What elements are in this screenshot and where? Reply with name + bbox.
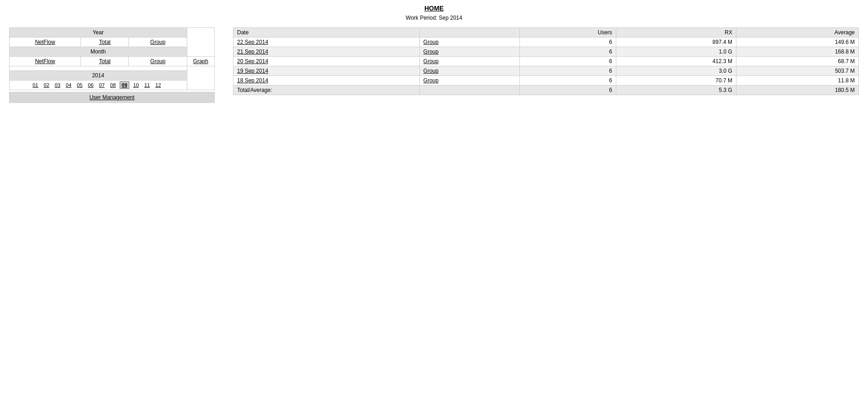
row-users: 6 [520,66,616,76]
table-row: 20 Sep 2014Group6412.3 M68.7 M [233,57,859,66]
total-average: 180.5 M [736,86,858,95]
table-row: 19 Sep 2014Group63.0 G503.7 M [233,66,859,76]
month-12[interactable]: 12 [154,82,162,88]
year-netflow-link[interactable]: NetFlow [10,38,81,47]
month-10[interactable]: 10 [132,82,140,88]
col-users: Users [520,28,616,38]
month-11[interactable]: 11 [143,82,151,88]
month-numbers-row: 010203040506070809101112 [10,81,215,90]
navigation-table: Year NetFlow Total Group Month [9,27,215,90]
row-average: 68.7 M [736,57,858,66]
month-01[interactable]: 01 [31,82,39,88]
month-07[interactable]: 07 [98,82,106,88]
spacer-row [10,66,187,71]
col-blank [419,28,520,38]
row-average: 149.6 M [736,38,858,47]
row-users: 6 [520,76,616,86]
col-date: Date [233,28,420,38]
row-group[interactable]: Group [419,66,520,76]
table-row: 21 Sep 2014Group61.0 G168.8 M [233,47,859,57]
row-rx: 1.0 G [616,47,736,57]
left-panel: Year NetFlow Total Group Month [9,27,215,103]
user-management[interactable]: User Management [9,92,215,103]
right-panel: Date Users RX Average 22 Sep 2014Group68… [233,27,859,95]
month-03[interactable]: 03 [53,82,62,88]
month-group-link[interactable]: Group [129,57,187,66]
row-average: 168.8 M [736,47,858,57]
month-02[interactable]: 02 [42,82,51,88]
work-period: Work Period: Sep 2014 [9,15,859,21]
row-average: 503.7 M [736,66,858,76]
data-table: Date Users RX Average 22 Sep 2014Group68… [233,27,859,95]
row-date[interactable]: 22 Sep 2014 [233,38,420,47]
table-row: 18 Sep 2014Group670.7 M11.8 M [233,76,859,86]
total-label: Total/Average: [233,86,420,95]
row-users: 6 [520,47,616,57]
row-date[interactable]: 19 Sep 2014 [233,66,420,76]
month-numbers-cell: 010203040506070809101112 [10,81,187,90]
row-users: 6 [520,57,616,66]
row-date[interactable]: 21 Sep 2014 [233,47,420,57]
data-rows: 22 Sep 2014Group6897.4 M149.6 M21 Sep 20… [233,38,859,86]
month-08[interactable]: 08 [109,82,117,88]
total-blank [419,86,520,95]
row-group[interactable]: Group [419,57,520,66]
row-average: 11.8 M [736,76,858,86]
month-graph-link[interactable]: Graph [187,57,214,66]
total-users: 6 [520,86,616,95]
month-06[interactable]: 06 [87,82,95,88]
table-header-row: Date Users RX Average [233,28,859,38]
month-05[interactable]: 05 [75,82,84,88]
row-group[interactable]: Group [419,47,520,57]
row-rx: 3.0 G [616,66,736,76]
year-total-link[interactable]: Total [81,38,129,47]
month-total-link[interactable]: Total [81,57,129,66]
month-section-header: Month [10,47,187,57]
total-rx: 5.3 G [616,86,736,95]
month-04[interactable]: 04 [64,82,73,88]
month-netflow-link[interactable]: NetFlow [10,57,81,66]
row-group[interactable]: Group [419,38,520,47]
page-container: HOME Work Period: Sep 2014 Year NetFlow … [0,0,868,408]
row-group[interactable]: Group [419,76,520,86]
year-group-link[interactable]: Group [129,38,187,47]
row-date[interactable]: 18 Sep 2014 [233,76,420,86]
row-rx: 70.7 M [616,76,736,86]
month-09[interactable]: 09 [120,81,129,89]
page-title: HOME [9,5,859,12]
col-rx: RX [616,28,736,38]
row-rx: 897.4 M [616,38,736,47]
main-content: Year NetFlow Total Group Month [9,27,859,103]
row-users: 6 [520,38,616,47]
row-rx: 412.3 M [616,57,736,66]
total-row: Total/Average: 6 5.3 G 180.5 M [233,86,859,95]
year-section-header: Year [10,28,187,38]
table-row: 22 Sep 2014Group6897.4 M149.6 M [233,38,859,47]
row-date[interactable]: 20 Sep 2014 [233,57,420,66]
year-nav-header: 2014 [10,71,187,81]
col-average: Average [736,28,858,38]
